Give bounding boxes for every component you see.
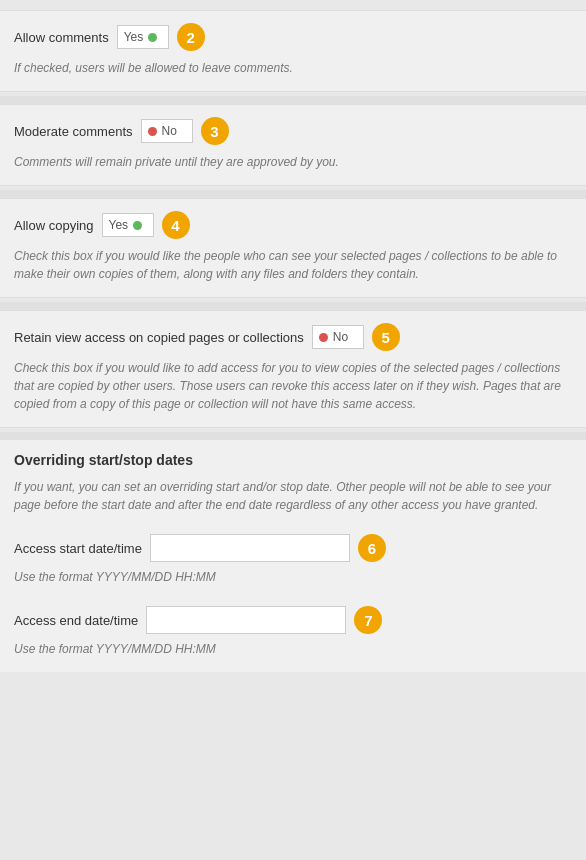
access-start-label: Access start date/time bbox=[14, 541, 142, 556]
retain-view-access-toggle[interactable]: No bbox=[312, 325, 364, 349]
allow-copying-value: Yes bbox=[109, 218, 129, 232]
moderate-comments-description: Comments will remain private until they … bbox=[14, 153, 572, 171]
moderate-comments-label: Moderate comments bbox=[14, 124, 133, 139]
access-end-hint: Use the format YYYY/MM/DD HH:MM bbox=[14, 640, 572, 658]
access-start-input[interactable] bbox=[150, 534, 350, 562]
moderate-comments-section: Moderate comments No 3 Comments will rem… bbox=[0, 104, 586, 186]
allow-comments-dot bbox=[148, 33, 157, 42]
moderate-comments-dot bbox=[148, 127, 157, 136]
overriding-dates-description: If you want, you can set an overriding s… bbox=[14, 478, 572, 514]
access-start-row: Access start date/time 6 bbox=[14, 534, 572, 562]
allow-comments-value: Yes bbox=[124, 30, 144, 44]
access-end-badge: 7 bbox=[354, 606, 382, 634]
access-end-input[interactable] bbox=[146, 606, 346, 634]
retain-view-access-label: Retain view access on copied pages or co… bbox=[14, 330, 304, 345]
retain-view-access-section: Retain view access on copied pages or co… bbox=[0, 310, 586, 428]
allow-comments-badge: 2 bbox=[177, 23, 205, 51]
allow-copying-badge: 4 bbox=[162, 211, 190, 239]
allow-copying-description: Check this box if you would like the peo… bbox=[14, 247, 572, 283]
allow-comments-toggle[interactable]: Yes bbox=[117, 25, 169, 49]
allow-comments-description: If checked, users will be allowed to lea… bbox=[14, 59, 572, 77]
retain-view-access-dot bbox=[319, 333, 328, 342]
allow-copying-toggle[interactable]: Yes bbox=[102, 213, 154, 237]
moderate-comments-toggle[interactable]: No bbox=[141, 119, 193, 143]
moderate-comments-value: No bbox=[162, 124, 177, 138]
allow-copying-dot bbox=[133, 221, 142, 230]
access-start-hint: Use the format YYYY/MM/DD HH:MM bbox=[14, 568, 572, 586]
retain-view-access-description: Check this box if you would like to add … bbox=[14, 359, 572, 413]
access-start-badge: 6 bbox=[358, 534, 386, 562]
access-end-row: Access end date/time 7 bbox=[14, 606, 572, 634]
allow-copying-section: Allow copying Yes 4 Check this box if yo… bbox=[0, 198, 586, 298]
allow-copying-label: Allow copying bbox=[14, 218, 94, 233]
overriding-dates-heading: Overriding start/stop dates bbox=[14, 452, 572, 468]
moderate-comments-badge: 3 bbox=[201, 117, 229, 145]
retain-view-access-value: No bbox=[333, 330, 348, 344]
access-end-label: Access end date/time bbox=[14, 613, 138, 628]
allow-comments-label: Allow comments bbox=[14, 30, 109, 45]
allow-comments-section: Allow comments Yes 2 If checked, users w… bbox=[0, 10, 586, 92]
overriding-dates-section: Overriding start/stop dates If you want,… bbox=[0, 440, 586, 672]
retain-view-access-badge: 5 bbox=[372, 323, 400, 351]
